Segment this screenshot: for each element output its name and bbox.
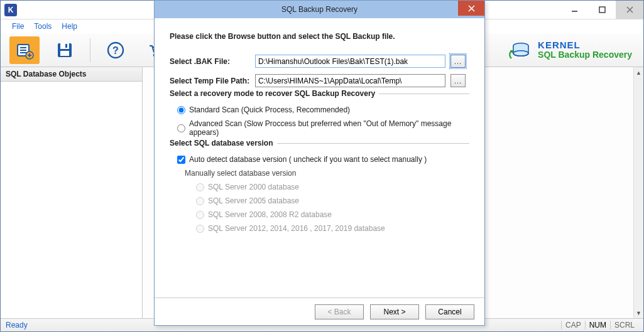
temp-path-input[interactable] [255, 74, 445, 87]
sql2008-radio [196, 211, 204, 219]
dialog-titlebar: SQL Backup Recovery [155, 1, 484, 18]
svg-rect-1 [599, 7, 605, 13]
help-icon: ? [106, 41, 125, 60]
bak-browse-button[interactable]: ... [450, 55, 466, 68]
toolbar-separator [90, 38, 90, 62]
dialog-title: SQL Backup Recovery [281, 5, 357, 14]
recovery-mode-legend: Select a recovery mode to recover SQL Ba… [170, 89, 379, 98]
advanced-scan-option[interactable]: Advanced Scan (Slow Proccess but preferr… [177, 119, 469, 137]
save-icon [55, 41, 74, 60]
sql2000-radio [196, 183, 204, 191]
bak-file-input[interactable] [255, 55, 445, 68]
dialog-instruction: Please click the Browse button and selec… [170, 32, 469, 41]
temp-path-label: Select Temp File Path: [170, 77, 250, 85]
temp-browse-button[interactable]: ... [450, 74, 466, 87]
sql2000-label: SQL Server 2000 database [208, 183, 299, 191]
menu-file[interactable]: File [12, 22, 24, 31]
svg-rect-12 [60, 43, 69, 49]
close-button[interactable] [616, 1, 643, 19]
back-button: < Back [315, 304, 364, 319]
minimize-button[interactable] [560, 1, 588, 19]
sidebar: SQL Database Objects [1, 67, 143, 318]
standard-scan-radio[interactable] [177, 106, 185, 114]
database-add-icon [14, 41, 35, 60]
svg-text:?: ? [112, 45, 119, 56]
dialog-close-button[interactable] [458, 1, 484, 16]
dialog-body: Please click the Browse button and selec… [155, 18, 484, 297]
app-icon: K [4, 4, 17, 16]
help-button[interactable]: ? [101, 36, 131, 64]
sql2000-option: SQL Server 2000 database [196, 183, 469, 191]
brand-name: KERNEL [538, 40, 632, 50]
save-button[interactable] [50, 36, 80, 64]
sql2008-option: SQL Server 2008, 2008 R2 database [196, 210, 469, 219]
maximize-button[interactable] [588, 1, 616, 19]
auto-detect-option[interactable]: Auto detect database version ( uncheck i… [177, 155, 469, 164]
brand: KERNEL SQL Backup Recovery [509, 40, 632, 61]
open-backup-button[interactable] [9, 36, 40, 64]
advanced-scan-label: Advanced Scan (Slow Proccess but preferr… [189, 119, 469, 137]
sql2012-label: SQL Server 2012, 2014, 2016 , 2017, 2019… [208, 224, 385, 233]
scroll-down-icon[interactable]: ▼ [634, 308, 644, 318]
backup-recovery-dialog: SQL Backup Recovery Please click the Bro… [154, 0, 485, 326]
recovery-mode-group: Select a recovery mode to recover SQL Ba… [170, 94, 469, 137]
vertical-scrollbar[interactable]: ▲ ▼ [633, 67, 643, 318]
menu-tools[interactable]: Tools [34, 22, 52, 31]
svg-rect-13 [60, 51, 69, 56]
menu-help[interactable]: Help [62, 22, 77, 31]
cancel-button[interactable]: Cancel [425, 304, 474, 319]
window-controls [560, 1, 643, 19]
status-scrl: SCRL [610, 321, 638, 329]
scroll-up-icon[interactable]: ▲ [634, 67, 644, 78]
auto-detect-checkbox[interactable] [177, 156, 185, 164]
sql2005-option: SQL Server 2005 database [196, 196, 469, 205]
next-button[interactable]: Next > [370, 304, 419, 319]
standard-scan-label: Standard Scan (Quick Process, Recommende… [189, 105, 350, 114]
bak-file-label: Select .BAK File: [170, 57, 250, 66]
svg-rect-14 [65, 44, 67, 48]
status-ready: Ready [6, 321, 28, 329]
sql2012-option: SQL Server 2012, 2014, 2016 , 2017, 2019… [196, 224, 469, 233]
standard-scan-option[interactable]: Standard Scan (Quick Process, Recommende… [177, 105, 469, 114]
db-version-legend: Select SQL database version [170, 139, 277, 147]
status-cap: CAP [561, 321, 585, 329]
brand-logo-icon [509, 40, 533, 61]
sql2012-radio [196, 225, 204, 233]
sql2008-label: SQL Server 2008, 2008 R2 database [208, 210, 332, 219]
close-icon [468, 5, 475, 12]
dialog-footer: < Back Next > Cancel [155, 297, 484, 325]
advanced-scan-radio[interactable] [177, 124, 185, 132]
db-version-group: Select SQL database version Auto detect … [170, 143, 469, 233]
brand-product: SQL Backup Recovery [538, 50, 632, 60]
sidebar-title: SQL Database Objects [1, 67, 142, 82]
manual-select-heading: Manually select database version [185, 169, 469, 178]
sql2005-radio [196, 197, 204, 205]
status-num: NUM [585, 321, 610, 329]
auto-detect-label: Auto detect database version ( uncheck i… [189, 155, 427, 164]
sidebar-body [1, 82, 142, 318]
sql2005-label: SQL Server 2005 database [208, 196, 299, 205]
